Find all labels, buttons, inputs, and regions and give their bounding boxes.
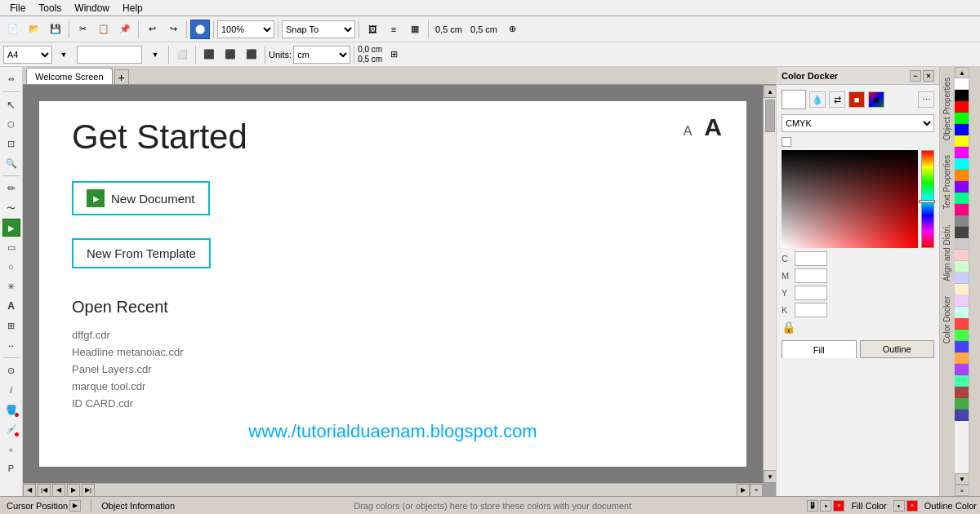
- page-prev-btn[interactable]: ◀: [52, 484, 65, 497]
- copy-btn[interactable]: 📋: [94, 20, 114, 39]
- tool-shadow[interactable]: P: [2, 459, 20, 477]
- palette-color-20[interactable]: [955, 307, 969, 318]
- tool-interactive[interactable]: ⬦: [2, 440, 20, 458]
- scroll-up-btn[interactable]: ▲: [764, 85, 776, 98]
- menu-file[interactable]: File: [3, 1, 32, 16]
- palette-color-28[interactable]: [955, 398, 969, 410]
- palette-color-22[interactable]: [955, 330, 969, 341]
- status-icon2[interactable]: ⬥: [820, 500, 831, 512]
- palette-color-15[interactable]: [955, 250, 969, 261]
- import-btn[interactable]: ⬤: [190, 20, 210, 39]
- palette-up-btn[interactable]: ▲: [955, 67, 969, 78]
- paste-btn[interactable]: 📌: [115, 20, 135, 39]
- palette-color-0[interactable]: [955, 78, 969, 90]
- transform-btn[interactable]: ⊞: [384, 45, 403, 64]
- color-swatch[interactable]: [782, 90, 806, 109]
- palette-color-19[interactable]: [955, 295, 969, 307]
- tool-connector[interactable]: ⊙: [2, 361, 20, 379]
- page-next-btn[interactable]: ▶: [67, 484, 80, 497]
- outline-icon1[interactable]: ⬥: [893, 500, 905, 512]
- align-btn2[interactable]: ⬛: [220, 45, 240, 64]
- website-link[interactable]: www./tutorialduaenam.blogspot.com: [39, 421, 746, 442]
- menu-window[interactable]: Window: [68, 1, 116, 16]
- scrollbar-h[interactable]: ◀ |◀ ◀ ▶ ▶| ▶ »: [23, 483, 763, 496]
- page-select[interactable]: A4: [3, 46, 52, 64]
- palette-color-29[interactable]: [955, 410, 969, 421]
- tool-eyedropper[interactable]: 💉: [2, 420, 20, 438]
- palette-color-6[interactable]: [955, 147, 969, 158]
- color-more-btn[interactable]: ⋯: [918, 91, 934, 108]
- tool-dimension[interactable]: ↔: [2, 336, 20, 354]
- fill-button[interactable]: Fill: [782, 340, 857, 358]
- color-fill-rect-btn[interactable]: ■: [849, 91, 865, 108]
- palette-down-btn[interactable]: ▼: [955, 473, 969, 485]
- coord-btn[interactable]: ⊕: [502, 20, 522, 39]
- color-palette-btn[interactable]: ■: [868, 91, 884, 108]
- palette-color-8[interactable]: [955, 170, 969, 181]
- scroll-down-btn[interactable]: ▼: [764, 470, 776, 483]
- tab-welcome[interactable]: Welcome Screen: [26, 68, 113, 84]
- cmyk-m-input[interactable]: [795, 268, 827, 283]
- palette-color-26[interactable]: [955, 375, 969, 387]
- scroll-thumb-v[interactable]: [765, 100, 775, 132]
- recent-file-2[interactable]: Panel Layers.cdr: [72, 361, 714, 378]
- page-last-btn[interactable]: ▶|: [82, 484, 95, 497]
- color-picker-area[interactable]: [782, 150, 934, 248]
- scroll-right-btn[interactable]: ▶: [737, 484, 750, 497]
- tool-smart[interactable]: 〜: [2, 199, 20, 217]
- tool-rectangle[interactable]: ▭: [2, 238, 20, 256]
- color-settings-btn[interactable]: ⇄: [829, 91, 845, 108]
- status-x-icon[interactable]: ×: [833, 500, 844, 512]
- side-tab-text-properties[interactable]: Text Properties: [940, 148, 954, 217]
- tool-info[interactable]: i: [2, 381, 20, 399]
- palette-color-5[interactable]: [955, 135, 969, 147]
- palette-color-11[interactable]: [955, 204, 969, 215]
- palette-color-23[interactable]: [955, 341, 969, 352]
- palette-color-2[interactable]: [955, 101, 969, 113]
- docker-pin-btn[interactable]: −: [910, 70, 921, 82]
- palette-more-btn[interactable]: »: [955, 485, 969, 496]
- side-tab-object-properties[interactable]: Object Properties: [940, 70, 954, 148]
- tool-play[interactable]: ▶: [2, 219, 20, 237]
- tool-polygon[interactable]: ✳: [2, 277, 20, 295]
- palette-color-13[interactable]: [955, 227, 969, 238]
- palette-color-14[interactable]: [955, 238, 969, 250]
- menu-tools[interactable]: Tools: [32, 1, 68, 16]
- palette-color-10[interactable]: [955, 193, 969, 204]
- style-btn[interactable]: ▼: [145, 45, 165, 64]
- scroll-left-btn[interactable]: ◀: [23, 484, 36, 497]
- open-btn[interactable]: 📂: [24, 20, 44, 39]
- options-btn[interactable]: ▦: [405, 20, 425, 39]
- palette-color-12[interactable]: [955, 215, 969, 227]
- style-input[interactable]: [77, 46, 142, 64]
- tool-fill[interactable]: 🪣: [2, 401, 20, 419]
- color-model-select[interactable]: CMYK: [782, 114, 934, 132]
- new-from-template-button[interactable]: New From Template: [72, 238, 211, 268]
- palette-color-25[interactable]: [955, 364, 969, 375]
- redo-btn[interactable]: ↪: [163, 20, 183, 39]
- cmyk-k-input[interactable]: [795, 303, 827, 317]
- palette-color-1[interactable]: [955, 90, 969, 101]
- palette-color-27[interactable]: [955, 387, 969, 398]
- view-btn1[interactable]: 🖼: [363, 20, 382, 39]
- palette-color-7[interactable]: [955, 158, 969, 170]
- new-document-button[interactable]: New Document: [72, 181, 210, 215]
- new-btn[interactable]: 📄: [3, 20, 23, 39]
- lock-btn[interactable]: ⬜: [172, 45, 192, 64]
- save-btn[interactable]: 💾: [46, 20, 65, 39]
- side-tab-align-distri[interactable]: Align and Distri.: [940, 217, 954, 289]
- tool-node[interactable]: ⬡: [2, 115, 20, 133]
- menu-help[interactable]: Help: [116, 1, 149, 16]
- page-prop-btn[interactable]: ▼: [54, 45, 74, 64]
- zoom-select[interactable]: 100%: [217, 20, 274, 38]
- undo-btn[interactable]: ↩: [142, 20, 162, 39]
- cut-btn[interactable]: ✂: [73, 20, 92, 39]
- scroll-track-v[interactable]: [764, 98, 776, 470]
- tool-zoom[interactable]: 🔍: [2, 154, 20, 172]
- view-btn2[interactable]: ≡: [384, 20, 403, 39]
- outline-button[interactable]: Outline: [860, 340, 935, 358]
- scrollbar-v[interactable]: ▲ ▼: [763, 85, 776, 483]
- units-select[interactable]: cm: [293, 46, 350, 64]
- palette-color-18[interactable]: [955, 284, 969, 295]
- scroll-extra-btn[interactable]: »: [750, 484, 763, 497]
